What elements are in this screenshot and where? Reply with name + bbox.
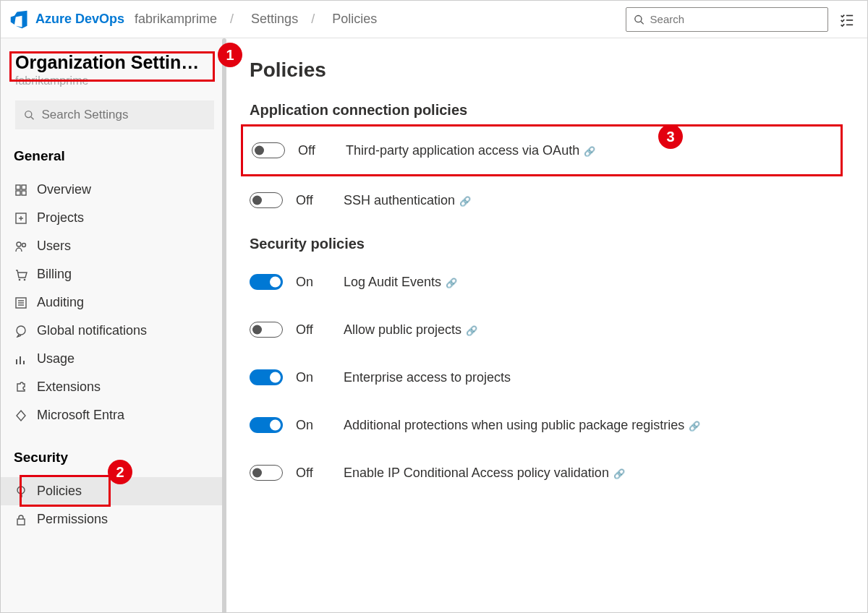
svg-rect-29 xyxy=(17,519,25,525)
policy-row: Off Allow public projects🔗 xyxy=(250,306,843,353)
sidebar-item-microsoft-entra[interactable]: Microsoft Entra xyxy=(1,401,224,429)
sidebar-item-label: Global notifications xyxy=(37,323,147,338)
sidebar-item-users[interactable]: Users xyxy=(1,232,224,260)
azure-devops-logo-icon xyxy=(9,9,30,30)
top-bar: Azure DevOps fabrikamprime / Settings / … xyxy=(1,1,867,38)
svg-rect-10 xyxy=(22,191,26,195)
policy-toggle[interactable] xyxy=(250,274,283,290)
policy-state: Off xyxy=(296,466,331,481)
chat-icon xyxy=(14,325,27,338)
puzzle-icon xyxy=(14,381,27,394)
sidebar-item-projects[interactable]: Projects xyxy=(1,204,224,232)
policy-label: Allow public projects🔗 xyxy=(344,322,477,338)
svg-point-15 xyxy=(22,243,26,247)
policy-label: Additional protections when using public… xyxy=(344,418,700,433)
policy-toggle[interactable] xyxy=(252,142,285,158)
sidebar-group-general: General xyxy=(14,148,224,164)
sidebar-item-label: Overview xyxy=(37,182,91,197)
sidebar: Organization Settin… fabrikamprime Gener… xyxy=(1,38,225,613)
sidebar-resize-handle[interactable] xyxy=(220,38,229,613)
page-title: Policies xyxy=(250,59,843,82)
policy-label: Enable IP Conditional Access policy vali… xyxy=(344,466,625,481)
sidebar-item-label: Projects xyxy=(37,210,84,226)
task-list-icon xyxy=(838,12,854,27)
sidebar-item-policies[interactable]: Policies2 xyxy=(1,477,224,505)
svg-rect-9 xyxy=(16,191,20,195)
svg-point-5 xyxy=(25,111,32,118)
policy-state: Off xyxy=(296,322,331,338)
policy-state: On xyxy=(296,418,331,433)
policy-toggle[interactable] xyxy=(250,417,283,433)
link-icon[interactable]: 🔗 xyxy=(466,325,477,336)
svg-point-17 xyxy=(24,278,26,280)
policy-row: Off Third-party application access via O… xyxy=(241,124,843,176)
sidebar-item-usage[interactable]: Usage xyxy=(1,345,224,373)
svg-rect-7 xyxy=(16,185,20,189)
svg-line-1 xyxy=(641,21,644,24)
svg-line-6 xyxy=(31,117,34,120)
svg-point-0 xyxy=(635,15,642,22)
cart-icon xyxy=(14,268,27,281)
sidebar-item-label: Extensions xyxy=(37,380,101,395)
org-subtitle: fabrikamprime xyxy=(15,74,214,87)
org-settings-title: Organization Settin… xyxy=(15,51,214,73)
svg-point-22 xyxy=(17,326,25,335)
global-search[interactable] xyxy=(626,7,828,32)
sidebar-search[interactable] xyxy=(15,100,214,129)
link-icon[interactable]: 🔗 xyxy=(613,468,625,479)
svg-point-14 xyxy=(17,242,21,247)
sidebar-item-label: Users xyxy=(37,239,71,254)
brand-block[interactable]: Azure DevOps xyxy=(9,9,124,30)
sidebar-item-auditing[interactable]: Auditing xyxy=(1,288,224,317)
list-icon xyxy=(14,296,27,309)
breadcrumb-org[interactable]: fabrikamprime xyxy=(135,12,217,27)
policy-state: On xyxy=(296,370,331,385)
sidebar-item-overview[interactable]: Overview xyxy=(1,176,224,204)
sidebar-item-extensions[interactable]: Extensions xyxy=(1,373,224,401)
bars-icon xyxy=(14,353,27,366)
brand-label: Azure DevOps xyxy=(35,12,124,27)
policy-row: On Additional protections when using pub… xyxy=(250,401,843,449)
section-heading: Application connection policies xyxy=(250,102,843,119)
plus-box-icon xyxy=(14,212,27,225)
sidebar-item-label: Microsoft Entra xyxy=(37,408,124,423)
breadcrumb-settings[interactable]: Settings xyxy=(251,12,298,27)
policy-label: Enterprise access to projects xyxy=(344,370,511,385)
breadcrumb-sep: / xyxy=(230,12,234,27)
policy-state: Off xyxy=(296,193,331,208)
task-list-button[interactable] xyxy=(834,7,859,32)
section-heading: Security policies xyxy=(250,236,843,252)
sidebar-item-billing[interactable]: Billing xyxy=(1,260,224,288)
search-icon xyxy=(24,109,34,121)
svg-point-26 xyxy=(17,486,25,494)
breadcrumb-sep: / xyxy=(311,12,315,27)
sidebar-search-input[interactable] xyxy=(41,108,205,122)
global-search-input[interactable] xyxy=(650,13,820,25)
link-icon[interactable]: 🔗 xyxy=(459,196,471,207)
policy-row: Off Enable IP Conditional Access policy … xyxy=(250,449,843,497)
grid-icon xyxy=(14,184,27,197)
link-icon[interactable]: 🔗 xyxy=(584,146,595,157)
svg-rect-8 xyxy=(22,185,26,189)
link-icon[interactable]: 🔗 xyxy=(689,421,700,432)
sidebar-item-label: Auditing xyxy=(37,295,84,310)
policy-row: On Log Audit Events🔗 xyxy=(250,258,843,306)
sidebar-item-label: Usage xyxy=(37,351,75,366)
sidebar-item-label: Billing xyxy=(37,267,72,282)
link-icon[interactable]: 🔗 xyxy=(446,278,457,288)
policy-toggle[interactable] xyxy=(250,192,283,208)
sidebar-item-global-notifications[interactable]: Global notifications xyxy=(1,317,224,345)
policy-row: Off SSH authentication🔗 xyxy=(250,176,843,224)
policy-toggle[interactable] xyxy=(250,369,283,385)
policy-label: Third-party application access via OAuth… xyxy=(346,143,595,158)
diamond-icon xyxy=(14,409,27,422)
bulb-icon xyxy=(14,485,27,498)
policy-toggle[interactable] xyxy=(250,465,283,481)
policy-state: On xyxy=(296,275,331,290)
search-icon xyxy=(634,14,644,25)
main-content: Policies Application connection policies… xyxy=(225,38,867,613)
policy-toggle[interactable] xyxy=(250,322,283,338)
sidebar-item-permissions[interactable]: Permissions xyxy=(1,505,224,533)
people-icon xyxy=(14,240,27,253)
breadcrumb-policies[interactable]: Policies xyxy=(332,12,377,27)
